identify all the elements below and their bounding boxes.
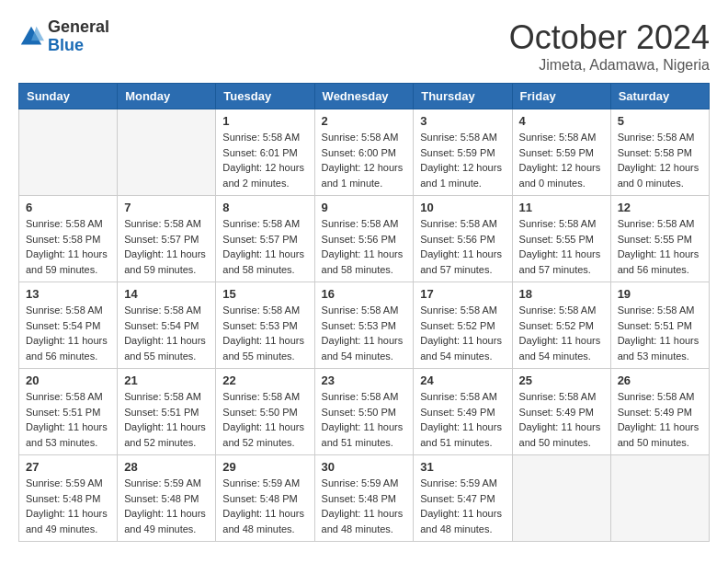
calendar-header-sunday: Sunday bbox=[19, 84, 118, 109]
day-number: 6 bbox=[26, 201, 110, 214]
day-info: Sunrise: 5:58 AMSunset: 5:53 PMDaylight:… bbox=[322, 303, 407, 363]
calendar-header-tuesday: Tuesday bbox=[216, 84, 314, 109]
day-number: 2 bbox=[322, 114, 407, 128]
day-info: Sunrise: 5:58 AMSunset: 5:54 PMDaylight:… bbox=[124, 303, 209, 363]
day-number: 8 bbox=[222, 201, 307, 214]
day-number: 7 bbox=[124, 201, 209, 214]
day-info: Sunrise: 5:59 AMSunset: 5:47 PMDaylight:… bbox=[420, 476, 505, 536]
calendar-day-cell: 31Sunrise: 5:59 AMSunset: 5:47 PMDayligh… bbox=[414, 455, 512, 542]
day-number: 11 bbox=[519, 201, 604, 214]
logo-icon bbox=[18, 24, 44, 50]
calendar-day-cell bbox=[610, 455, 709, 542]
calendar-day-cell bbox=[118, 109, 216, 196]
day-number: 29 bbox=[222, 460, 307, 474]
day-number: 22 bbox=[222, 373, 307, 387]
calendar-day-cell: 21Sunrise: 5:58 AMSunset: 5:51 PMDayligh… bbox=[118, 369, 216, 455]
day-number: 21 bbox=[124, 373, 209, 387]
calendar-day-cell: 5Sunrise: 5:58 AMSunset: 5:58 PMDaylight… bbox=[610, 109, 709, 196]
calendar-day-cell: 27Sunrise: 5:59 AMSunset: 5:48 PMDayligh… bbox=[19, 455, 118, 542]
day-number: 1 bbox=[222, 114, 307, 128]
calendar-week-row: 20Sunrise: 5:58 AMSunset: 5:51 PMDayligh… bbox=[19, 369, 710, 455]
day-number: 26 bbox=[618, 373, 702, 387]
calendar-day-cell: 24Sunrise: 5:58 AMSunset: 5:49 PMDayligh… bbox=[414, 369, 512, 455]
day-info: Sunrise: 5:58 AMSunset: 5:49 PMDaylight:… bbox=[420, 389, 505, 450]
calendar-day-cell: 13Sunrise: 5:58 AMSunset: 5:54 PMDayligh… bbox=[19, 282, 118, 369]
day-info: Sunrise: 5:58 AMSunset: 6:00 PMDaylight:… bbox=[322, 130, 407, 190]
day-info: Sunrise: 5:58 AMSunset: 5:51 PMDaylight:… bbox=[124, 389, 209, 450]
day-number: 4 bbox=[519, 114, 604, 128]
day-number: 25 bbox=[519, 373, 604, 387]
calendar-day-cell: 18Sunrise: 5:58 AMSunset: 5:52 PMDayligh… bbox=[512, 282, 610, 369]
day-info: Sunrise: 5:58 AMSunset: 5:57 PMDaylight:… bbox=[222, 216, 307, 277]
day-info: Sunrise: 5:58 AMSunset: 5:52 PMDaylight:… bbox=[420, 303, 505, 363]
day-info: Sunrise: 5:58 AMSunset: 5:58 PMDaylight:… bbox=[26, 216, 110, 277]
logo: General Blue bbox=[18, 18, 109, 55]
calendar-day-cell: 29Sunrise: 5:59 AMSunset: 5:48 PMDayligh… bbox=[216, 455, 314, 542]
calendar-day-cell: 22Sunrise: 5:58 AMSunset: 5:50 PMDayligh… bbox=[216, 369, 314, 455]
calendar-day-cell: 16Sunrise: 5:58 AMSunset: 5:53 PMDayligh… bbox=[314, 282, 414, 369]
logo-general: General bbox=[48, 18, 109, 37]
calendar-header-monday: Monday bbox=[118, 84, 216, 109]
calendar-day-cell: 25Sunrise: 5:58 AMSunset: 5:49 PMDayligh… bbox=[512, 369, 610, 455]
day-number: 15 bbox=[222, 287, 307, 301]
day-info: Sunrise: 5:58 AMSunset: 5:57 PMDaylight:… bbox=[124, 216, 209, 277]
day-info: Sunrise: 5:58 AMSunset: 5:53 PMDaylight:… bbox=[222, 303, 307, 363]
calendar-day-cell: 7Sunrise: 5:58 AMSunset: 5:57 PMDaylight… bbox=[118, 196, 216, 282]
day-number: 28 bbox=[124, 460, 209, 474]
day-number: 5 bbox=[618, 114, 702, 128]
calendar-header-friday: Friday bbox=[512, 84, 610, 109]
day-info: Sunrise: 5:58 AMSunset: 5:56 PMDaylight:… bbox=[322, 216, 407, 277]
day-number: 16 bbox=[322, 287, 407, 301]
day-number: 30 bbox=[322, 460, 407, 474]
day-number: 13 bbox=[26, 287, 110, 301]
day-number: 14 bbox=[124, 287, 209, 301]
day-info: Sunrise: 5:59 AMSunset: 5:48 PMDaylight:… bbox=[124, 476, 209, 536]
day-info: Sunrise: 5:58 AMSunset: 5:58 PMDaylight:… bbox=[618, 130, 702, 190]
location-subtitle: Jimeta, Adamawa, Nigeria bbox=[509, 57, 710, 74]
day-number: 10 bbox=[420, 201, 505, 214]
day-info: Sunrise: 5:58 AMSunset: 5:50 PMDaylight:… bbox=[322, 389, 407, 450]
calendar-day-cell: 1Sunrise: 5:58 AMSunset: 6:01 PMDaylight… bbox=[216, 109, 314, 196]
day-info: Sunrise: 5:58 AMSunset: 5:56 PMDaylight:… bbox=[420, 216, 505, 277]
calendar-header-thursday: Thursday bbox=[414, 84, 512, 109]
calendar-day-cell: 8Sunrise: 5:58 AMSunset: 5:57 PMDaylight… bbox=[216, 196, 314, 282]
day-number: 19 bbox=[618, 287, 702, 301]
calendar-day-cell: 10Sunrise: 5:58 AMSunset: 5:56 PMDayligh… bbox=[414, 196, 512, 282]
calendar-day-cell bbox=[19, 109, 118, 196]
calendar-day-cell: 19Sunrise: 5:58 AMSunset: 5:51 PMDayligh… bbox=[610, 282, 709, 369]
calendar-day-cell: 3Sunrise: 5:58 AMSunset: 5:59 PMDaylight… bbox=[414, 109, 512, 196]
day-info: Sunrise: 5:58 AMSunset: 5:51 PMDaylight:… bbox=[26, 389, 110, 450]
calendar-day-cell: 9Sunrise: 5:58 AMSunset: 5:56 PMDaylight… bbox=[314, 196, 414, 282]
day-number: 3 bbox=[420, 114, 505, 128]
day-info: Sunrise: 5:58 AMSunset: 5:49 PMDaylight:… bbox=[519, 389, 604, 450]
calendar-day-cell: 28Sunrise: 5:59 AMSunset: 5:48 PMDayligh… bbox=[118, 455, 216, 542]
day-number: 20 bbox=[26, 373, 110, 387]
day-number: 27 bbox=[26, 460, 110, 474]
calendar-day-cell: 11Sunrise: 5:58 AMSunset: 5:55 PMDayligh… bbox=[512, 196, 610, 282]
day-info: Sunrise: 5:59 AMSunset: 5:48 PMDaylight:… bbox=[222, 476, 307, 536]
day-number: 12 bbox=[618, 201, 702, 214]
day-info: Sunrise: 5:58 AMSunset: 5:52 PMDaylight:… bbox=[519, 303, 604, 363]
day-info: Sunrise: 5:58 AMSunset: 5:55 PMDaylight:… bbox=[519, 216, 604, 277]
day-info: Sunrise: 5:58 AMSunset: 5:49 PMDaylight:… bbox=[618, 389, 702, 450]
day-number: 31 bbox=[420, 460, 505, 474]
calendar-header-saturday: Saturday bbox=[610, 84, 709, 109]
day-info: Sunrise: 5:59 AMSunset: 5:48 PMDaylight:… bbox=[322, 476, 407, 536]
day-info: Sunrise: 5:58 AMSunset: 5:50 PMDaylight:… bbox=[222, 389, 307, 450]
calendar-week-row: 1Sunrise: 5:58 AMSunset: 6:01 PMDaylight… bbox=[19, 109, 710, 196]
calendar-header-wednesday: Wednesday bbox=[314, 84, 414, 109]
calendar-day-cell: 4Sunrise: 5:58 AMSunset: 5:59 PMDaylight… bbox=[512, 109, 610, 196]
day-info: Sunrise: 5:58 AMSunset: 5:51 PMDaylight:… bbox=[618, 303, 702, 363]
calendar-table: SundayMondayTuesdayWednesdayThursdayFrid… bbox=[18, 83, 710, 542]
calendar-day-cell: 14Sunrise: 5:58 AMSunset: 5:54 PMDayligh… bbox=[118, 282, 216, 369]
day-info: Sunrise: 5:59 AMSunset: 5:48 PMDaylight:… bbox=[26, 476, 110, 536]
calendar-day-cell: 15Sunrise: 5:58 AMSunset: 5:53 PMDayligh… bbox=[216, 282, 314, 369]
calendar-day-cell: 2Sunrise: 5:58 AMSunset: 6:00 PMDaylight… bbox=[314, 109, 414, 196]
day-number: 17 bbox=[420, 287, 505, 301]
day-info: Sunrise: 5:58 AMSunset: 6:01 PMDaylight:… bbox=[222, 130, 307, 190]
calendar-day-cell: 17Sunrise: 5:58 AMSunset: 5:52 PMDayligh… bbox=[414, 282, 512, 369]
day-info: Sunrise: 5:58 AMSunset: 5:59 PMDaylight:… bbox=[420, 130, 505, 190]
calendar-day-cell bbox=[512, 455, 610, 542]
day-info: Sunrise: 5:58 AMSunset: 5:59 PMDaylight:… bbox=[519, 130, 604, 190]
day-info: Sunrise: 5:58 AMSunset: 5:55 PMDaylight:… bbox=[618, 216, 702, 277]
